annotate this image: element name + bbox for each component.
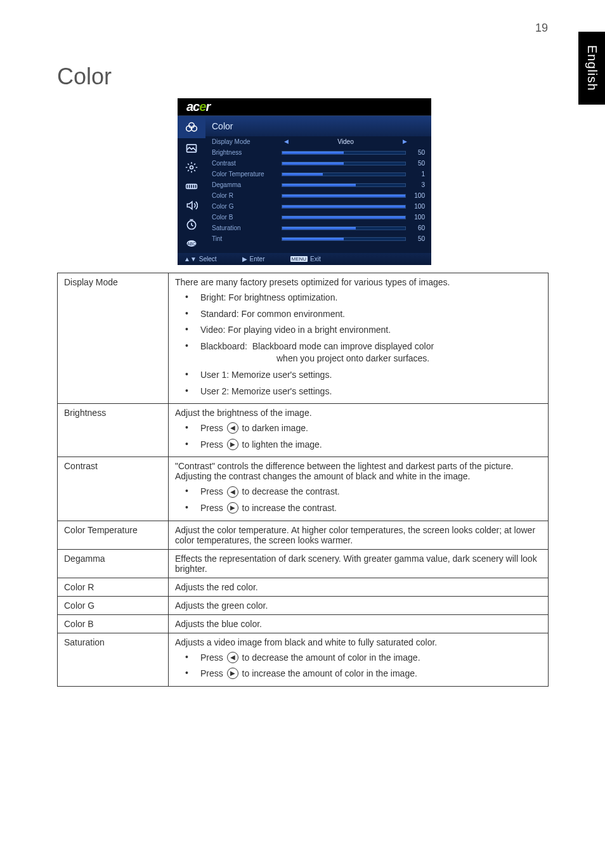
display-mode-desc: There are many factory presets optimized… (169, 273, 549, 404)
osd-row-label: Degamma (212, 181, 282, 188)
osd-row[interactable]: Brightness50 (205, 147, 431, 158)
color-tab-icon[interactable] (178, 116, 205, 139)
osd-row-label: Saturation (212, 224, 282, 231)
osd-value: 100 (410, 214, 425, 221)
left-arrow-icon: ◀ (227, 422, 238, 434)
osd-footer-select: ▲▼ Select (184, 256, 217, 262)
osd-value: 50 (410, 235, 425, 242)
osd-value: 50 (410, 160, 425, 167)
osd-slider[interactable] (282, 172, 406, 176)
osd-footer-enter: ▶ Enter (242, 256, 265, 262)
color-r-desc: Adjusts the red color. (169, 578, 549, 596)
saturation-desc: Adjusts a video image from black and whi… (169, 633, 549, 686)
table-row: Contrast "Contrast" controls the differe… (58, 457, 549, 521)
right-arrow-icon: ▶ (227, 439, 238, 450)
color-b-desc: Adjusts the blue color. (169, 614, 549, 633)
list-item: Press ◀ to decrease the contrast. (175, 484, 542, 500)
contrast-key: Contrast (58, 457, 169, 521)
management-tab-icon[interactable] (178, 158, 205, 177)
osd-heading: Color (205, 116, 431, 136)
osd-row[interactable]: Saturation60 (205, 223, 431, 233)
color-r-key: Color R (58, 578, 169, 596)
timer-tab-icon[interactable] (178, 215, 205, 234)
osd-row-label: Contrast (212, 160, 282, 167)
osd-row[interactable]: Color G100 (205, 201, 431, 212)
osd-nav-icons: ABC (178, 116, 205, 253)
right-arrow-icon: ▶ (227, 668, 238, 679)
table-row: Color R Adjusts the red color. (58, 578, 549, 596)
saturation-intro: Adjusts a video image from black and whi… (175, 637, 542, 647)
osd-slider[interactable] (282, 151, 406, 155)
osd-row[interactable]: Color Temperature1 (205, 169, 431, 179)
list-item: Standard: For common environment. (175, 306, 542, 323)
svg-rect-5 (186, 184, 197, 188)
list-item: Press ◀ to decrease the amount of color … (175, 650, 542, 666)
osd-mode-value[interactable]: ◀Video▶ (282, 138, 410, 145)
osd-row[interactable]: Display Mode◀Video▶ (205, 136, 431, 147)
table-row: Brightness Adjust the brightness of the … (58, 404, 549, 457)
osd-row-label: Color Temperature (212, 171, 282, 178)
osd-row[interactable]: Degamma3 (205, 179, 431, 190)
degamma-desc: Effects the representation of dark scene… (169, 549, 549, 578)
settings-table: Display Mode There are many factory pres… (57, 273, 549, 687)
osd-value: 3 (410, 181, 425, 188)
osd-value: 50 (410, 149, 425, 156)
list-item: Blackboard: Blackboard mode can improve … (175, 339, 542, 367)
osd-row-label: Color R (212, 192, 282, 199)
display-mode-key: Display Mode (58, 273, 169, 404)
degamma-key: Degamma (58, 549, 169, 578)
osd-row[interactable]: Color R100 (205, 190, 431, 201)
osd-slider[interactable] (282, 205, 406, 209)
osd-body: ABC Color Display Mode◀Video▶Brightness5… (178, 116, 431, 253)
contrast-desc: "Contrast" controls the difference betwe… (169, 457, 549, 521)
right-arrow-icon: ▶ (227, 502, 238, 514)
osd-value: 1 (410, 171, 425, 178)
color-g-desc: Adjusts the green color. (169, 596, 549, 614)
svg-point-4 (190, 165, 193, 169)
osd-value: 60 (410, 224, 425, 231)
osd-slider[interactable] (282, 226, 406, 230)
table-row: Display Mode There are many factory pres… (58, 273, 549, 404)
list-item: Bright: For brightness optimization. (175, 290, 542, 306)
svg-text:ABC: ABC (187, 241, 196, 245)
list-item: User 2: Memorize user's settings. (175, 384, 542, 400)
osd-row-label: Tint (212, 235, 282, 242)
image-tab-icon[interactable] (178, 139, 205, 158)
language-tab-icon[interactable]: ABC (178, 234, 205, 253)
display-mode-intro: There are many factory presets optimized… (175, 277, 542, 287)
osd-slider[interactable] (282, 183, 406, 187)
color-b-key: Color B (58, 614, 169, 633)
brightness-intro: Adjust the brightness of the image. (175, 408, 542, 418)
osd-main: Color Display Mode◀Video▶Brightness50Con… (205, 116, 431, 253)
page-number: 19 (535, 22, 548, 35)
osd-row[interactable]: Contrast50 (205, 158, 431, 169)
osd-footer-exit: MENU Exit (290, 256, 321, 262)
list-item: Press ▶ to increase the contrast. (175, 500, 542, 517)
osd-row[interactable]: Tint50 (205, 233, 431, 244)
osd-row[interactable]: Color B100 (205, 212, 431, 223)
osd-slider[interactable] (282, 162, 406, 165)
osd-panel: acer ABC Color (178, 98, 431, 265)
color-temp-key: Color Temperature (58, 521, 169, 549)
osd-footer: ▲▼ Select ▶ Enter MENU Exit (178, 253, 431, 265)
contrast-intro: "Contrast" controls the difference betwe… (175, 461, 542, 481)
table-row: Degamma Effects the representation of da… (58, 549, 549, 578)
osd-value: 100 (410, 192, 425, 199)
audio-tab-icon[interactable] (178, 196, 205, 215)
language-tab: English (578, 32, 605, 105)
brightness-desc: Adjust the brightness of the image. Pres… (169, 404, 549, 457)
table-row: Color Temperature Adjust the color tempe… (58, 521, 549, 549)
list-item: Video: For playing video in a bright env… (175, 322, 542, 339)
osd-slider[interactable] (282, 216, 406, 219)
display-mode-bullets: Bright: For brightness optimization. Sta… (175, 290, 542, 399)
brightness-key: Brightness (58, 404, 169, 457)
osd-slider[interactable] (282, 237, 406, 241)
saturation-key: Saturation (58, 633, 169, 686)
list-item: User 1: Memorize user's settings. (175, 367, 542, 384)
osd-slider[interactable] (282, 194, 406, 198)
osd-row-label: Brightness (212, 149, 282, 156)
table-row: Color B Adjusts the blue color. (58, 614, 549, 633)
setting-tab-icon[interactable] (178, 177, 205, 196)
color-temp-desc: Adjust the color temperature. At higher … (169, 521, 549, 549)
osd-value: 100 (410, 203, 425, 210)
